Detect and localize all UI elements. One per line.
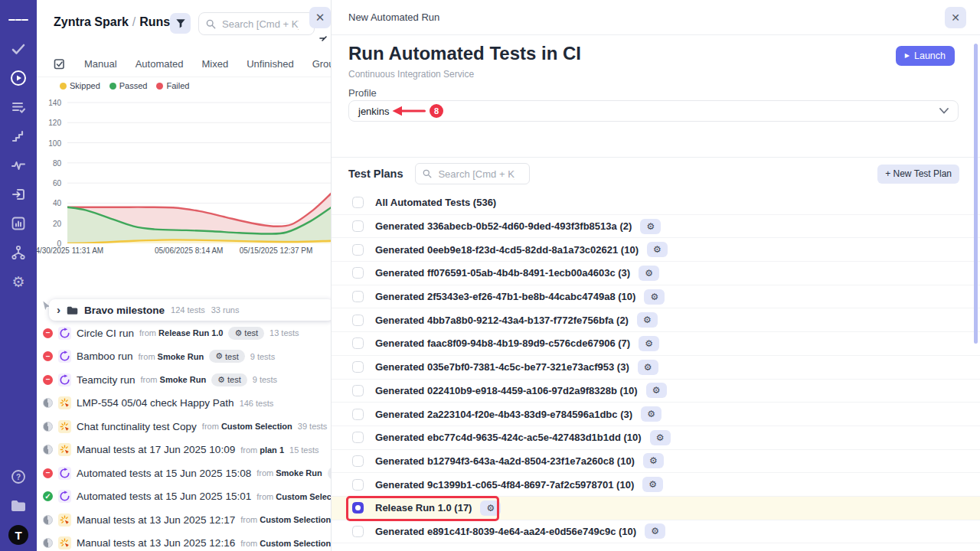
plan-checkbox[interactable]	[352, 479, 364, 491]
plan-settings-gear-button[interactable]: ⚙	[640, 219, 661, 234]
plan-settings-gear-button[interactable]: ⚙	[641, 406, 662, 422]
tab-unfinished[interactable]: Unfinished	[247, 58, 293, 70]
tab-groups[interactable]: Groups	[312, 58, 332, 70]
runs-play-circle-icon[interactable]	[8, 68, 28, 88]
run-row[interactable]: –Bamboo runfrom Smoke Run⚙test9 tests	[37, 345, 331, 369]
plan-settings-gear-button[interactable]: ⚙	[639, 336, 659, 351]
plan-settings-gear-button[interactable]: ⚙	[643, 453, 664, 468]
plan-label: Generated 336abecb-0b52-4d60-9ded-493f3f…	[375, 220, 632, 232]
test-plan-row[interactable]: Generated e891c41f-8039-4e64-aa24-e0d56e…	[332, 520, 980, 544]
test-plan-row[interactable]: Generated 035e7bf0-7381-4c5c-be77-321e73…	[332, 356, 980, 380]
run-row[interactable]: ✓Automated tests at 15 Jun 2025 15:01fro…	[37, 485, 331, 509]
plan-checkbox-checked[interactable]	[352, 502, 364, 514]
plan-settings-gear-button[interactable]: ⚙	[647, 242, 668, 257]
help-icon[interactable]: ?	[8, 467, 28, 487]
breadcrumb-page[interactable]: Runs	[139, 15, 170, 28]
run-tag-badge[interactable]: ⚙test	[209, 350, 245, 363]
plan-settings-gear-button[interactable]: ⚙	[645, 523, 665, 539]
test-plan-row[interactable]: Generated 9c1399b1-c065-4f84-8697-7af2c5…	[332, 473, 980, 497]
test-plan-row[interactable]: Generated b12794f3-643a-4a2d-8504-23f1e7…	[332, 450, 980, 474]
test-plans-search[interactable]	[415, 163, 530, 184]
plan-settings-gear-button[interactable]: ⚙	[638, 360, 658, 375]
plan-settings-gear-button[interactable]: ⚙	[642, 477, 663, 492]
import-icon[interactable]	[8, 184, 28, 204]
test-plan-row[interactable]: Release Run 1.0 (17)⚙	[332, 497, 980, 520]
plan-checkbox[interactable]	[352, 409, 364, 420]
test-plan-row[interactable]: Generated 336abecb-0b52-4d60-9ded-493f3f…	[332, 215, 980, 239]
plan-checkbox[interactable]	[352, 220, 364, 232]
branch-icon[interactable]	[8, 243, 28, 262]
plan-checkbox[interactable]	[352, 455, 364, 467]
run-row[interactable]: –Teamcity runfrom Smoke Run⚙test9 tests	[37, 368, 331, 392]
run-row[interactable]: LMP-554 05/04 check Happy Path146 tests	[37, 392, 331, 416]
tab-manual[interactable]: Manual	[84, 58, 117, 70]
run-row[interactable]: –Circle CI runfrom Release Run 1.0⚙test1…	[37, 321, 331, 345]
test-plan-row[interactable]: Generated ff076591-05ab-4b4b-8491-1ecb00…	[332, 262, 980, 285]
run-row[interactable]: Manual tests at 17 Jun 2025 10:09from pl…	[37, 439, 331, 462]
plan-checkbox[interactable]	[352, 244, 364, 256]
test-plan-row[interactable]: Generated 2f5343e3-ef26-47b1-be8b-44cabc…	[332, 285, 980, 309]
test-plan-row[interactable]: Generated 0eeb9e18-f23d-4cd5-82dd-8a1a73…	[332, 238, 980, 262]
test-plan-row[interactable]: Generated 022410b9-e918-4459-a106-97d2a9…	[332, 380, 980, 403]
test-plan-row[interactable]: Generated 2a223104-f20e-4b43-83d9-e78459…	[332, 403, 980, 426]
runs-search[interactable]	[198, 12, 315, 35]
projects-folder-icon[interactable]	[8, 496, 28, 516]
panel-close-button[interactable]: ✕	[309, 7, 331, 28]
run-row[interactable]: Manual tests at 13 Jun 2025 12:16from Cu…	[37, 532, 331, 551]
test-plan-row[interactable]: Generated 4bb7a8b0-9212-43a4-b137-f772fe…	[332, 308, 980, 332]
analytics-bar-chart-icon[interactable]	[8, 214, 28, 233]
app-logo[interactable]: T	[8, 525, 28, 545]
launch-button[interactable]: ▶ Launch	[896, 46, 955, 66]
run-tag-badge[interactable]: ⚙test	[228, 327, 264, 340]
new-test-plan-button[interactable]: + New Test Plan	[877, 165, 959, 184]
plan-checkbox[interactable]	[352, 526, 364, 537]
plan-settings-gear-button[interactable]: ⚙	[646, 383, 667, 398]
profile-select[interactable]: jenkins	[348, 100, 959, 122]
milestone-bravo[interactable]: › Bravo milestone 124 tests 33 runs	[49, 299, 332, 321]
scrollbar-thumb[interactable]	[974, 44, 978, 344]
test-plan-row[interactable]: All Automated Tests (536)	[332, 191, 980, 215]
tab-automated[interactable]: Automated	[136, 58, 184, 70]
filter-button[interactable]	[170, 13, 191, 34]
legend-item: Skipped	[60, 81, 100, 90]
run-tag-badge[interactable]: ⚙test	[211, 373, 247, 386]
plans-list-check-icon[interactable]	[8, 97, 28, 117]
plan-checkbox[interactable]	[352, 432, 364, 443]
plan-checkbox[interactable]	[352, 315, 364, 326]
progress-status-icon	[43, 398, 53, 408]
menu-icon[interactable]	[8, 10, 28, 30]
profile-selected-value: jenkins	[358, 106, 389, 117]
run-row[interactable]: Manual tests at 13 Jun 2025 12:17from Cu…	[37, 508, 331, 532]
run-row[interactable]: –Automated tests at 15 Jun 2025 15:08fro…	[37, 461, 331, 485]
plan-settings-gear-button[interactable]: ⚙	[480, 500, 501, 516]
plan-checkbox[interactable]	[352, 361, 364, 373]
milestones-steps-icon[interactable]	[8, 126, 28, 146]
breadcrumb-project[interactable]: Zyntra Spark	[54, 15, 129, 28]
select-all-icon[interactable]	[54, 57, 66, 70]
y-axis-tick-label: 20	[41, 220, 61, 228]
test-plan-row[interactable]: Generated faac8f09-94b8-4b19-89d9-c576cd…	[332, 332, 980, 356]
plan-settings-gear-button[interactable]: ⚙	[650, 430, 671, 445]
resize-handle-icon[interactable]	[319, 31, 328, 45]
run-row[interactable]: Chat functinality test Copyfrom Custom S…	[37, 415, 331, 439]
plan-checkbox[interactable]	[352, 385, 364, 396]
test-plans-search-input[interactable]	[436, 168, 516, 181]
settings-gear-icon[interactable]: ⚙	[8, 272, 28, 292]
chevron-right-icon[interactable]: ›	[57, 304, 60, 315]
tab-mixed[interactable]: Mixed	[202, 58, 229, 70]
test-plan-row[interactable]: Generated ebc77c4d-9635-424c-ac5e-427483…	[332, 426, 980, 450]
plan-checkbox[interactable]	[352, 291, 364, 302]
modal-close-button[interactable]: ✕	[945, 7, 966, 28]
plan-checkbox[interactable]	[352, 267, 364, 279]
plan-checkbox[interactable]	[352, 197, 364, 208]
tests-check-icon[interactable]	[8, 39, 28, 59]
runs-search-input[interactable]	[220, 18, 300, 31]
run-tag-label: test	[244, 328, 258, 337]
run-name: Manual tests at 13 Jun 2025 12:17	[77, 514, 235, 526]
breadcrumb[interactable]: Zyntra Spark/Runs	[54, 15, 170, 29]
pulse-activity-icon[interactable]	[8, 155, 28, 175]
plan-settings-gear-button[interactable]: ⚙	[637, 312, 658, 328]
plan-settings-gear-button[interactable]: ⚙	[639, 266, 659, 281]
plan-checkbox[interactable]	[352, 337, 364, 349]
plan-settings-gear-button[interactable]: ⚙	[644, 289, 665, 305]
